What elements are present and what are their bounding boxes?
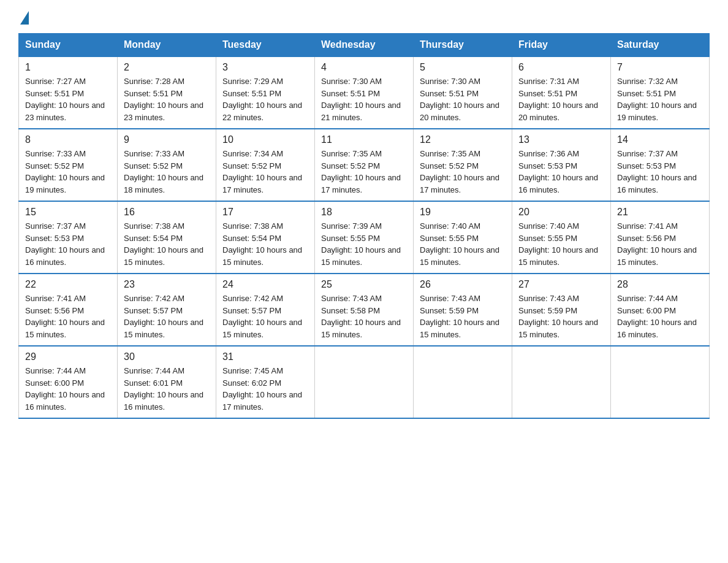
day-number: 11 <box>321 134 407 145</box>
calendar-cell: 27 Sunrise: 7:43 AMSunset: 5:59 PMDaylig… <box>512 274 611 346</box>
day-info: Sunrise: 7:30 AMSunset: 5:51 PMDaylight:… <box>321 77 401 122</box>
calendar-cell: 16 Sunrise: 7:38 AMSunset: 5:54 PMDaylig… <box>118 201 216 274</box>
day-info: Sunrise: 7:36 AMSunset: 5:53 PMDaylight:… <box>518 149 598 194</box>
calendar-cell: 31 Sunrise: 7:45 AMSunset: 6:02 PMDaylig… <box>216 346 315 418</box>
calendar-week-row: 29 Sunrise: 7:44 AMSunset: 6:00 PMDaylig… <box>19 346 710 418</box>
calendar-cell: 1 Sunrise: 7:27 AMSunset: 5:51 PMDayligh… <box>19 56 118 129</box>
day-info: Sunrise: 7:37 AMSunset: 5:53 PMDaylight:… <box>617 149 697 194</box>
day-number: 24 <box>222 279 308 290</box>
day-info: Sunrise: 7:39 AMSunset: 5:55 PMDaylight:… <box>321 221 401 267</box>
calendar-cell: 15 Sunrise: 7:37 AMSunset: 5:53 PMDaylig… <box>19 201 118 274</box>
calendar-week-row: 8 Sunrise: 7:33 AMSunset: 5:52 PMDayligh… <box>19 129 710 201</box>
day-info: Sunrise: 7:27 AMSunset: 5:51 PMDaylight:… <box>25 77 105 122</box>
day-info: Sunrise: 7:33 AMSunset: 5:52 PMDaylight:… <box>25 149 105 194</box>
day-info: Sunrise: 7:37 AMSunset: 5:53 PMDaylight:… <box>25 221 105 267</box>
day-info: Sunrise: 7:43 AMSunset: 5:59 PMDaylight:… <box>518 294 598 339</box>
day-number: 15 <box>25 207 111 218</box>
calendar-cell: 4 Sunrise: 7:30 AMSunset: 5:51 PMDayligh… <box>315 56 414 129</box>
day-info: Sunrise: 7:30 AMSunset: 5:51 PMDaylight:… <box>420 77 499 122</box>
day-number: 14 <box>617 134 703 145</box>
logo-triangle-icon <box>20 11 29 25</box>
day-number: 2 <box>124 62 210 73</box>
day-number: 27 <box>518 279 604 290</box>
page-header <box>18 12 710 22</box>
day-info: Sunrise: 7:40 AMSunset: 5:55 PMDaylight:… <box>420 221 499 267</box>
day-info: Sunrise: 7:45 AMSunset: 6:02 PMDaylight:… <box>222 366 302 412</box>
day-number: 26 <box>420 279 506 290</box>
calendar-cell: 17 Sunrise: 7:38 AMSunset: 5:54 PMDaylig… <box>216 201 315 274</box>
day-info: Sunrise: 7:32 AMSunset: 5:51 PMDaylight:… <box>617 77 697 122</box>
calendar-cell: 14 Sunrise: 7:37 AMSunset: 5:53 PMDaylig… <box>611 129 710 201</box>
header-friday: Friday <box>512 34 611 57</box>
day-number: 21 <box>617 207 703 218</box>
calendar-cell <box>512 346 611 418</box>
calendar-cell: 22 Sunrise: 7:41 AMSunset: 5:56 PMDaylig… <box>19 274 118 346</box>
day-number: 28 <box>617 279 703 290</box>
header-sunday: Sunday <box>19 34 118 57</box>
day-info: Sunrise: 7:41 AMSunset: 5:56 PMDaylight:… <box>617 221 697 267</box>
calendar-cell: 5 Sunrise: 7:30 AMSunset: 5:51 PMDayligh… <box>414 56 512 129</box>
calendar-cell <box>315 346 414 418</box>
day-number: 18 <box>321 207 407 218</box>
day-number: 8 <box>25 134 111 145</box>
day-info: Sunrise: 7:43 AMSunset: 5:58 PMDaylight:… <box>321 294 401 339</box>
calendar-cell: 9 Sunrise: 7:33 AMSunset: 5:52 PMDayligh… <box>118 129 216 201</box>
day-number: 30 <box>124 351 210 362</box>
calendar-cell: 30 Sunrise: 7:44 AMSunset: 6:01 PMDaylig… <box>118 346 216 418</box>
day-number: 3 <box>222 62 308 73</box>
day-number: 29 <box>25 351 111 362</box>
calendar-cell: 7 Sunrise: 7:32 AMSunset: 5:51 PMDayligh… <box>611 56 710 129</box>
calendar-cell <box>414 346 512 418</box>
header-tuesday: Tuesday <box>216 34 315 57</box>
day-info: Sunrise: 7:44 AMSunset: 6:01 PMDaylight:… <box>124 366 203 412</box>
calendar-cell: 3 Sunrise: 7:29 AMSunset: 5:51 PMDayligh… <box>216 56 315 129</box>
day-number: 13 <box>518 134 604 145</box>
header-saturday: Saturday <box>611 34 710 57</box>
day-info: Sunrise: 7:29 AMSunset: 5:51 PMDaylight:… <box>222 77 302 122</box>
day-number: 23 <box>124 279 210 290</box>
day-info: Sunrise: 7:40 AMSunset: 5:55 PMDaylight:… <box>518 221 598 267</box>
day-info: Sunrise: 7:38 AMSunset: 5:54 PMDaylight:… <box>124 221 203 267</box>
calendar-cell: 25 Sunrise: 7:43 AMSunset: 5:58 PMDaylig… <box>315 274 414 346</box>
day-info: Sunrise: 7:42 AMSunset: 5:57 PMDaylight:… <box>222 294 302 339</box>
calendar-header-row: SundayMondayTuesdayWednesdayThursdayFrid… <box>19 34 710 57</box>
day-number: 7 <box>617 62 703 73</box>
day-number: 22 <box>25 279 111 290</box>
logo <box>18 12 29 22</box>
day-number: 1 <box>25 62 111 73</box>
calendar-cell: 12 Sunrise: 7:35 AMSunset: 5:52 PMDaylig… <box>414 129 512 201</box>
day-number: 31 <box>222 351 308 362</box>
calendar-cell: 21 Sunrise: 7:41 AMSunset: 5:56 PMDaylig… <box>611 201 710 274</box>
calendar-cell: 18 Sunrise: 7:39 AMSunset: 5:55 PMDaylig… <box>315 201 414 274</box>
header-thursday: Thursday <box>414 34 512 57</box>
calendar-cell: 8 Sunrise: 7:33 AMSunset: 5:52 PMDayligh… <box>19 129 118 201</box>
day-info: Sunrise: 7:41 AMSunset: 5:56 PMDaylight:… <box>25 294 105 339</box>
day-info: Sunrise: 7:42 AMSunset: 5:57 PMDaylight:… <box>124 294 203 339</box>
calendar-cell: 24 Sunrise: 7:42 AMSunset: 5:57 PMDaylig… <box>216 274 315 346</box>
day-number: 12 <box>420 134 506 145</box>
day-info: Sunrise: 7:33 AMSunset: 5:52 PMDaylight:… <box>124 149 203 194</box>
calendar-cell: 26 Sunrise: 7:43 AMSunset: 5:59 PMDaylig… <box>414 274 512 346</box>
day-info: Sunrise: 7:43 AMSunset: 5:59 PMDaylight:… <box>420 294 499 339</box>
day-info: Sunrise: 7:35 AMSunset: 5:52 PMDaylight:… <box>321 149 401 194</box>
calendar-week-row: 15 Sunrise: 7:37 AMSunset: 5:53 PMDaylig… <box>19 201 710 274</box>
day-number: 20 <box>518 207 604 218</box>
day-number: 19 <box>420 207 506 218</box>
calendar-cell: 29 Sunrise: 7:44 AMSunset: 6:00 PMDaylig… <box>19 346 118 418</box>
day-info: Sunrise: 7:31 AMSunset: 5:51 PMDaylight:… <box>518 77 598 122</box>
day-info: Sunrise: 7:35 AMSunset: 5:52 PMDaylight:… <box>420 149 499 194</box>
calendar-cell: 23 Sunrise: 7:42 AMSunset: 5:57 PMDaylig… <box>118 274 216 346</box>
calendar-cell <box>611 346 710 418</box>
day-info: Sunrise: 7:38 AMSunset: 5:54 PMDaylight:… <box>222 221 302 267</box>
calendar-cell: 13 Sunrise: 7:36 AMSunset: 5:53 PMDaylig… <box>512 129 611 201</box>
day-info: Sunrise: 7:44 AMSunset: 6:00 PMDaylight:… <box>617 294 697 339</box>
day-info: Sunrise: 7:34 AMSunset: 5:52 PMDaylight:… <box>222 149 302 194</box>
day-info: Sunrise: 7:28 AMSunset: 5:51 PMDaylight:… <box>124 77 203 122</box>
day-number: 16 <box>124 207 210 218</box>
day-number: 25 <box>321 279 407 290</box>
calendar-table: SundayMondayTuesdayWednesdayThursdayFrid… <box>18 33 710 419</box>
calendar-week-row: 1 Sunrise: 7:27 AMSunset: 5:51 PMDayligh… <box>19 56 710 129</box>
calendar-cell: 2 Sunrise: 7:28 AMSunset: 5:51 PMDayligh… <box>118 56 216 129</box>
calendar-cell: 11 Sunrise: 7:35 AMSunset: 5:52 PMDaylig… <box>315 129 414 201</box>
calendar-cell: 6 Sunrise: 7:31 AMSunset: 5:51 PMDayligh… <box>512 56 611 129</box>
